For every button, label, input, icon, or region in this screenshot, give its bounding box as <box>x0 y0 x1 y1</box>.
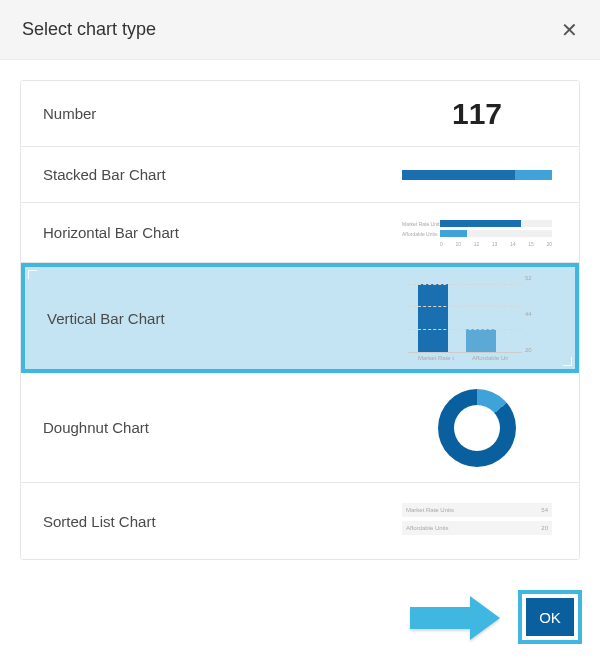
dialog-title: Select chart type <box>22 19 156 40</box>
close-icon[interactable]: ✕ <box>561 20 578 40</box>
chart-type-list: Number 117 Stacked Bar Chart Horizontal … <box>20 80 580 560</box>
dialog-footer: OK <box>0 588 600 658</box>
option-label: Number <box>43 105 96 122</box>
preview-vertical-bar: 52 44 20 Market Rate Units Affordable Un… <box>393 267 553 369</box>
option-label: Vertical Bar Chart <box>47 310 165 327</box>
option-label: Stacked Bar Chart <box>43 166 166 183</box>
sorted-list-icon: Market Rate Units54 Affordable Units20 <box>402 503 552 539</box>
chart-option-sorted-list[interactable]: Sorted List Chart Market Rate Units54 Af… <box>21 483 579 559</box>
select-chart-type-dialog: Select chart type ✕ Number 117 Stacked B… <box>0 0 600 658</box>
dialog-header: Select chart type ✕ <box>0 0 600 60</box>
ok-button[interactable]: OK <box>526 598 574 636</box>
preview-horizontal-bar: Market Rate Units Affordable Units 0 10 … <box>397 203 557 262</box>
preview-number: 117 <box>397 81 557 146</box>
option-label: Doughnut Chart <box>43 419 149 436</box>
number-value: 117 <box>452 97 502 131</box>
ok-button-highlight: OK <box>518 590 582 644</box>
doughnut-icon <box>438 389 516 467</box>
chart-option-doughnut[interactable]: Doughnut Chart <box>21 373 579 483</box>
preview-stacked-bar <box>397 147 557 202</box>
horizontal-bar-icon: Market Rate Units Affordable Units 0 10 … <box>402 219 552 247</box>
stacked-bar-icon <box>402 170 552 180</box>
chart-option-vertical-bar[interactable]: Vertical Bar Chart 52 <box>21 263 579 373</box>
option-label: Sorted List Chart <box>43 513 156 530</box>
chart-option-number[interactable]: Number 117 <box>21 81 579 147</box>
option-label: Horizontal Bar Chart <box>43 224 179 241</box>
chart-option-horizontal-bar[interactable]: Horizontal Bar Chart Market Rate Units A… <box>21 203 579 263</box>
vertical-bar-icon: 52 44 20 <box>408 275 538 353</box>
preview-sorted-list: Market Rate Units54 Affordable Units20 <box>397 483 557 559</box>
arrow-annotation-icon <box>410 596 500 640</box>
dialog-body: Number 117 Stacked Bar Chart Horizontal … <box>0 60 600 588</box>
preview-doughnut <box>397 373 557 482</box>
chart-option-stacked-bar[interactable]: Stacked Bar Chart <box>21 147 579 203</box>
